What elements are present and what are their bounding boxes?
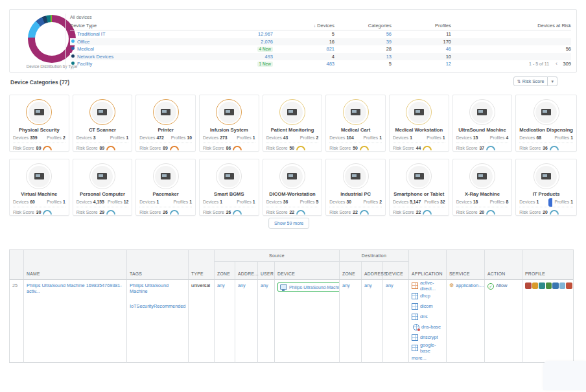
applications-more-link[interactable]: more... [412,355,427,361]
device-category-card[interactable]: Patient Monitoring Devices43 Profiles2 R… [263,95,323,152]
application-link[interactable]: dns-base [421,324,441,330]
profiles-count[interactable]: 56 [334,31,392,37]
device-category-card[interactable]: Medication Dispensing Devices68 Profiles… [515,95,577,152]
service-link[interactable]: application-... [456,282,484,288]
device-category-card[interactable]: Personal Computer Devices4,155 Profiles1… [73,159,133,216]
category-stats: Devices3 Profiles1 [76,133,129,143]
risk-gauge-icon [486,210,495,214]
col-src-device[interactable]: DEVICE [275,262,340,279]
category-name: Smart BGMS [203,191,255,198]
application-link[interactable]: active-direct... [420,280,445,292]
data-filtering-profile-icon[interactable] [559,282,566,289]
application-link[interactable]: dicom [420,303,432,309]
device-category-card[interactable]: IT Products Devices1 Profiles1 Risk Scor… [515,159,577,216]
device-type-link[interactable]: Office [77,39,89,45]
device-category-card[interactable]: Smartphone or Tablet Devices5,147 Profil… [389,159,449,216]
col-action[interactable]: ACTION [485,250,522,279]
src-address-value[interactable]: any [238,282,246,288]
risk-score-label: Risk Score [266,210,288,214]
col-service[interactable]: SERVICE [447,250,485,279]
col-dst-zone[interactable]: ZONE [340,262,362,279]
device-type-row[interactable]: Facility 1 New 483 5 12 309 [70,60,571,68]
col-categories[interactable]: Categories [334,23,392,29]
policy-rule-row[interactable]: 25 Philips UltraSound Machine 1698354769… [10,280,573,363]
pagination-prev-icon[interactable]: ‹ [556,60,557,67]
new-devices-badge[interactable]: 4 New [257,47,273,52]
rule-name-link[interactable]: Philips UltraSound Machine 1698354769381… [27,282,122,294]
device-type-row[interactable]: Traditional IT 12,967 5 56 11 [70,30,571,38]
url-filtering-profile-icon[interactable] [546,282,552,289]
dst-zone-value[interactable]: any [342,282,350,288]
device-category-card[interactable]: Medical Workstation Devices1 Profiles1 R… [389,95,449,152]
application-link[interactable]: dns [420,314,428,319]
tag-link[interactable]: Philips UltraSound Machine [130,282,187,294]
devices-count[interactable]: 483 [273,61,334,67]
device-type-row[interactable]: Office 2,076 16 39 170 [70,38,571,46]
device-type-link[interactable]: Medical [77,46,94,52]
device-category-card[interactable]: Virtual Machine Devices60 Profiles1 Risk… [9,159,69,216]
col-profile[interactable]: PROFILE [522,250,574,279]
col-application[interactable]: APPLICATION [409,250,447,279]
devices-count[interactable]: 2,076 [224,39,273,45]
sort-dropdown-button[interactable]: ▾ [548,76,557,86]
devices-count[interactable]: 12,967 [224,31,273,37]
profiles-count[interactable]: 46 [392,46,451,52]
device-type-link[interactable]: Facility [77,61,92,67]
device-category-card[interactable]: Smart BGMS Devices1 Profiles1 Risk Score… [199,159,259,216]
device-type-link[interactable]: Network Devices [77,54,113,60]
profiles-count[interactable]: 12 [392,61,451,67]
dst-address-value[interactable]: any [364,282,372,288]
device-category-card[interactable]: X-Ray Machine Devices18 Profiles8 Risk S… [452,159,513,216]
device-category-card[interactable]: Pacemaker Devices1 Profiles1 Risk Score2… [135,159,196,216]
col-src-zone[interactable]: ZONE [215,262,235,279]
col-devices-at-risk[interactable]: Devices at Risk [451,23,571,29]
col-profiles[interactable]: Profiles [392,23,451,29]
new-devices-badge[interactable]: 1 New [257,62,273,67]
profiles-count[interactable]: 39 [334,39,392,45]
col-type[interactable]: TYPE [189,250,215,279]
show-more-button[interactable]: Show 59 more [268,218,309,229]
wildfire-profile-icon[interactable] [566,282,572,289]
device-category-card[interactable]: Industrial PC Devices30 Profiles2 Risk S… [325,159,386,216]
col-dst-address[interactable]: ADDRESS [362,262,383,279]
device-category-card[interactable]: UltraSound Machine Devices15 Profiles4 R… [452,95,513,152]
vulnerability-profile-icon[interactable] [539,282,545,289]
risk-score-sort-button[interactable]: ⇅ Risk Score [513,76,548,86]
device-category-card[interactable]: DICOM-Workstation Devices36 Profiles5 Ri… [263,159,323,216]
col-src-address[interactable]: ADDRE... [235,262,258,279]
file-blocking-profile-icon[interactable] [552,282,559,289]
device-type-link[interactable]: Traditional IT [77,31,106,37]
antivirus-profile-icon[interactable] [525,282,532,289]
application-link[interactable]: dhcp [420,293,430,299]
pagination-next-icon[interactable]: › [564,60,566,67]
anti-spyware-profile-icon[interactable] [532,282,539,289]
col-src-user[interactable]: USER [258,262,275,279]
device-type-row[interactable]: Network Devices 493 4 13 10 [70,53,571,61]
devices-count[interactable]: 821 [273,46,334,52]
application-link[interactable]: google-base [420,342,445,354]
device-type-row[interactable]: Medical 4 New 821 28 46 56 [70,45,571,53]
col-dst-device[interactable]: DEVICE [383,262,409,279]
profiles-label: Profiles [427,135,441,140]
src-device-link[interactable]: Philips-UltraSound-Machine [289,285,340,290]
device-category-card[interactable]: Infusion System Devices273 Profiles1 Ris… [199,95,259,152]
devices-count[interactable]: 493 [224,54,273,60]
profiles-count[interactable]: 13 [334,54,392,60]
action-value[interactable]: Allow [496,282,507,288]
col-name[interactable]: NAME [24,250,127,279]
col-devices[interactable]: ↓Devices [273,23,334,29]
application-link[interactable]: dnscrypt [420,334,438,340]
device-category-card[interactable]: Printer Devices472 Profiles10 Risk Score… [135,95,196,152]
dst-device-value[interactable]: any [386,282,393,288]
device-category-card[interactable]: Physical Security Devices359 Profiles2 R… [9,95,69,152]
profiles-value: 1 [253,135,255,140]
src-user-value[interactable]: any [261,282,268,288]
application-icon [412,293,418,299]
src-zone-value[interactable]: any [217,282,225,288]
tag-link[interactable]: IoTSecurityRecommended [130,303,187,309]
device-category-card[interactable]: Medical Cart Devices104 Profiles1 Risk S… [325,95,386,152]
col-device-type[interactable]: Device Type [70,23,224,29]
col-tags[interactable]: TAGS [127,250,189,279]
device-category-card[interactable]: CT Scanner Devices3 Profiles1 Risk Score… [73,95,133,152]
chat-widget-icon[interactable] [548,198,552,207]
